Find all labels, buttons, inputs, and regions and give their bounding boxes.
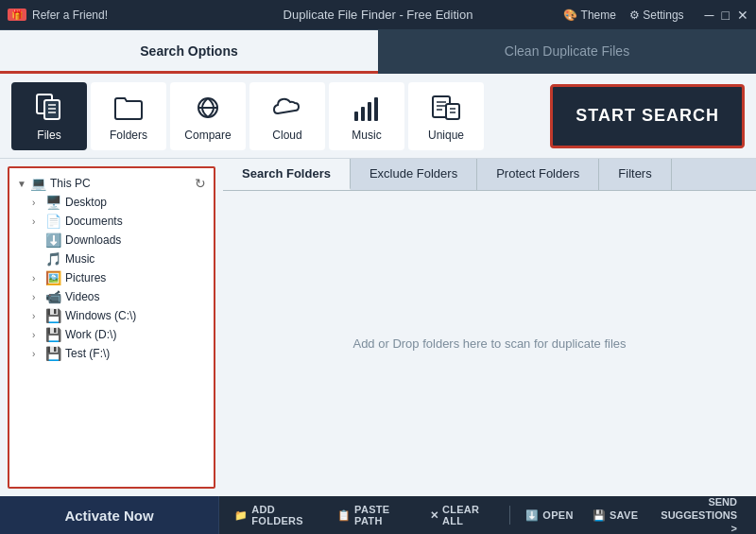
folder-icon: 🖼️	[45, 270, 61, 285]
list-item[interactable]: 🎵 Music	[28, 250, 210, 268]
pc-icon: 💻	[30, 176, 46, 191]
list-item[interactable]: › 📄 Documents	[28, 212, 210, 231]
list-item[interactable]: › 📹 Videos	[28, 287, 210, 306]
svg-rect-9	[368, 102, 371, 121]
compare-label: Compare	[184, 129, 231, 142]
clear-all-button[interactable]: ✕ CLEAR ALL	[422, 500, 502, 530]
music-label: Music	[352, 129, 381, 142]
tool-compare[interactable]: Compare	[170, 82, 246, 150]
list-item[interactable]: › 💾 Test (F:\)	[28, 344, 210, 363]
folder-tabs: Search Folders Exclude Folders Protect F…	[223, 159, 756, 191]
folder-icon: ⬇️	[45, 233, 61, 248]
list-item[interactable]: › 🖥️ Desktop	[28, 193, 210, 212]
tab-bar: Search Options Clean Duplicate Files	[0, 30, 756, 74]
tool-files[interactable]: Files	[11, 82, 87, 150]
tab-protect-folders[interactable]: Protect Folders	[477, 159, 599, 190]
add-folders-button[interactable]: 📁 ADD FOLDERS	[227, 500, 326, 530]
minimize-btn[interactable]: ─	[705, 8, 714, 23]
clear-icon: ✕	[430, 509, 438, 522]
titlebar-left: 🎁 Refer a Friend!	[8, 9, 108, 22]
refer-label[interactable]: Refer a Friend!	[32, 9, 108, 22]
tool-music[interactable]: Music	[329, 82, 404, 150]
open-icon: ⬇️	[525, 509, 539, 522]
chevron-icon: ›	[32, 216, 42, 227]
theme-settings: 🎨 Theme ⚙ Settings	[563, 9, 683, 22]
folder-icon: 🖥️	[45, 195, 61, 210]
item-label: Work (D:\)	[65, 328, 116, 341]
chevron-icon: ›	[32, 273, 42, 284]
cloud-label: Cloud	[272, 129, 301, 142]
add-folders-icon: 📁	[234, 509, 248, 522]
list-item[interactable]: › 💾 Windows (C:\)	[28, 306, 210, 325]
folder-icon: 🎵	[45, 251, 61, 267]
start-search-button[interactable]: START SEARCH	[550, 84, 745, 148]
tool-folders[interactable]: Folders	[91, 82, 166, 150]
drop-placeholder: Add or Drop folders here to scan for dup…	[352, 336, 626, 351]
chevron-icon: ›	[32, 292, 42, 302]
paste-icon: 📋	[337, 509, 351, 522]
titlebar-title: Duplicate File Finder - Free Edition	[284, 8, 473, 22]
svg-rect-8	[361, 107, 365, 121]
item-label: Desktop	[65, 196, 107, 209]
tab-filters[interactable]: Filters	[599, 159, 671, 190]
drive-icon: 💾	[45, 346, 61, 361]
tab-exclude-folders[interactable]: Exclude Folders	[351, 159, 477, 190]
list-item[interactable]: › 🖼️ Pictures	[28, 268, 210, 287]
unique-label: Unique	[428, 129, 464, 142]
bottom-actions: 📁 ADD FOLDERS 📋 PASTE PATH ✕ CLEAR ALL ⬇…	[219, 496, 756, 534]
bottom-bar: Activate Now 📁 ADD FOLDERS 📋 PASTE PATH …	[0, 496, 756, 534]
titlebar-right: 🎨 Theme ⚙ Settings ─ □ ✕	[563, 8, 748, 23]
chevron-icon: ›	[32, 349, 42, 359]
tool-icons: Files Folders Compare Cloud	[11, 82, 550, 150]
svg-rect-10	[374, 97, 378, 121]
item-label: Downloads	[65, 233, 121, 247]
theme-label[interactable]: 🎨 Theme	[563, 9, 615, 22]
open-button[interactable]: ⬇️ OPEN	[518, 506, 581, 525]
item-label: Music	[65, 252, 94, 266]
send-suggestions-button[interactable]: SENDSUGGESTIONS >	[649, 495, 748, 534]
tab-search-options[interactable]: Search Options	[0, 30, 378, 74]
right-panel: Search Folders Exclude Folders Protect F…	[223, 159, 756, 496]
folder-icon: 📹	[45, 289, 61, 304]
item-label: Pictures	[65, 271, 106, 284]
chevron-icon: ›	[32, 198, 42, 208]
settings-label[interactable]: ⚙ Settings	[629, 9, 684, 22]
refer-icon: 🎁	[8, 9, 26, 21]
save-button[interactable]: 💾 SAVE	[585, 506, 646, 525]
titlebar: 🎁 Refer a Friend! Duplicate File Finder …	[0, 0, 756, 30]
maximize-btn[interactable]: □	[722, 8, 730, 23]
item-label: Documents	[65, 215, 123, 228]
tool-cloud[interactable]: Cloud	[249, 82, 325, 150]
svg-rect-1	[44, 100, 60, 119]
icon-toolbar: Files Folders Compare Cloud	[0, 74, 756, 159]
save-icon: 💾	[593, 509, 606, 522]
tool-unique[interactable]: Unique	[408, 82, 484, 150]
chevron-icon: ›	[32, 330, 42, 340]
root-chevron: ▼	[17, 179, 26, 189]
refresh-button[interactable]: ↻	[195, 176, 206, 191]
tree-root[interactable]: ▼ 💻 This PC	[13, 174, 210, 193]
file-tree: ↻ ▼ 💻 This PC › 🖥️ Desktop › 📄 Documents…	[8, 166, 215, 489]
titlebar-controls: ─ □ ✕	[705, 8, 748, 23]
list-item[interactable]: › 💾 Work (D:\)	[28, 325, 210, 344]
chevron-icon: ›	[32, 311, 42, 321]
item-label: Videos	[65, 290, 99, 303]
tab-search-folders[interactable]: Search Folders	[223, 159, 351, 190]
folder-icon: 📄	[45, 214, 61, 229]
tab-clean-duplicate[interactable]: Clean Duplicate Files	[378, 30, 756, 74]
separator	[509, 506, 510, 525]
item-label: Windows (C:\)	[65, 309, 136, 322]
activate-button[interactable]: Activate Now	[0, 496, 219, 534]
item-label: Test (F:\)	[65, 347, 110, 360]
tree-children: › 🖥️ Desktop › 📄 Documents ⬇️ Downloads …	[13, 193, 210, 363]
svg-rect-15	[446, 104, 459, 119]
folder-drop-area[interactable]: Add or Drop folders here to scan for dup…	[223, 191, 756, 496]
close-btn[interactable]: ✕	[737, 8, 748, 23]
list-item[interactable]: ⬇️ Downloads	[28, 231, 210, 250]
svg-rect-7	[354, 112, 358, 121]
drive-icon: 💾	[45, 327, 61, 342]
drive-icon: 💾	[45, 308, 61, 323]
root-label: This PC	[50, 177, 91, 190]
paste-path-button[interactable]: 📋 PASTE PATH	[330, 500, 419, 530]
main-content: ↻ ▼ 💻 This PC › 🖥️ Desktop › 📄 Documents…	[0, 159, 756, 496]
